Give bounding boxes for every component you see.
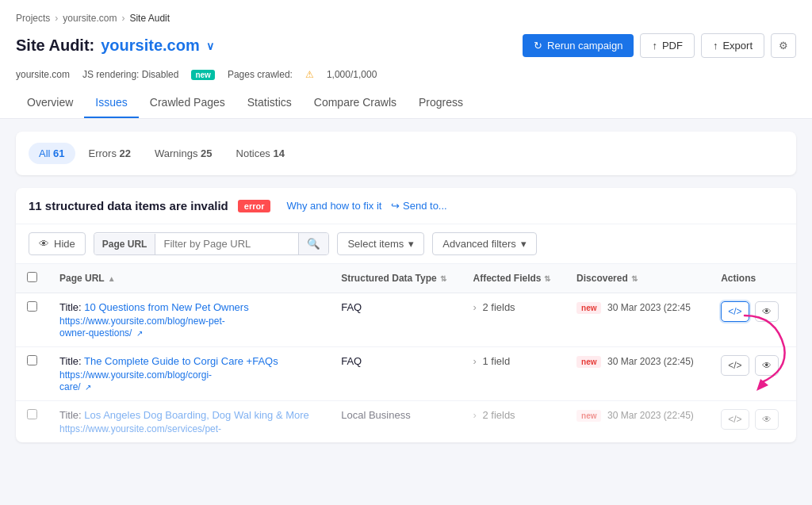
row2-type-cell: FAQ [330, 347, 462, 401]
gear-icon: ⚙ [779, 40, 788, 52]
issue-count: 11 [29, 199, 45, 212]
page-wrapper: Projects › yoursite.com › Site Audit Sit… [0, 0, 812, 505]
row1-url-link[interactable]: https://www.yoursite.com/blog/new-pet-ow… [59, 316, 225, 339]
tab-overview[interactable]: Overview [16, 88, 84, 118]
row3-url-link[interactable]: https://www.yoursite.com/services/pet- [59, 423, 221, 434]
why-fix-link[interactable]: Why and how to fix it [286, 200, 381, 212]
tab-issues[interactable]: Issues [84, 88, 138, 118]
expand-icon-3[interactable]: › [473, 409, 476, 421]
th-affected-fields: Affected Fields ⇅ [462, 264, 565, 293]
row3-view-button[interactable]: 👁 [755, 409, 779, 430]
data-table: Page URL ▲ Structured Data Type ⇅ Af [16, 264, 796, 442]
th-page-url: Page URL ▲ [48, 264, 330, 293]
hide-button[interactable]: 👁 Hide [29, 232, 86, 255]
row3-fields-cell: › 2 fields [462, 401, 565, 443]
row2-code-button[interactable]: </> [721, 355, 749, 376]
url-filter-input[interactable] [155, 233, 298, 254]
issue-title: 11 structured data items are invalid [29, 199, 228, 212]
row3-new-badge: new [576, 410, 601, 422]
row3-code-button[interactable]: </> [721, 409, 749, 430]
tab-crawled-pages[interactable]: Crawled Pages [139, 88, 236, 118]
site-header: Site Audit: yoursite.com ∨ ↻ Rerun campa… [16, 27, 796, 64]
rerun-campaign-button[interactable]: ↻ Rerun campaign [523, 34, 634, 57]
row2-view-button[interactable]: 👁 [755, 355, 779, 376]
filter-notices[interactable]: Notices 14 [226, 143, 295, 164]
row2-discovered-cell: new 30 Mar 2023 (22:45) [565, 347, 710, 401]
meta-bar: yoursite.com JS rendering: Disabled new … [16, 64, 796, 88]
select-all-checkbox[interactable] [27, 272, 37, 282]
sort-icon-4: ⇅ [631, 274, 638, 283]
url-filter-label: Page URL [94, 234, 156, 254]
table-row: Title: The Complete Guide to Corgi Care … [16, 347, 796, 401]
row1-view-button[interactable]: 👁 [755, 301, 779, 322]
th-structured-data-sort[interactable]: Structured Data Type ⇅ [341, 273, 450, 284]
table-body: Title: 10 Questions from New Pet Owners … [16, 293, 796, 443]
select-items-dropdown[interactable]: Select items ▾ [337, 232, 424, 255]
breadcrumb-site[interactable]: yoursite.com [63, 13, 117, 24]
code-icon-2: </> [728, 360, 741, 371]
sort-icon-3: ⇅ [544, 274, 550, 283]
row2-url-link[interactable]: https://www.yoursite.com/blog/corgi-care… [59, 369, 212, 392]
th-discovered-sort[interactable]: Discovered ⇅ [576, 273, 699, 284]
chevron-down-icon: ▾ [408, 238, 414, 250]
row1-date: 30 Mar 2023 (22:45 [607, 302, 691, 313]
row3-actions-cell: </> 👁 [710, 401, 796, 443]
select-items-label: Select items [347, 238, 404, 250]
th-page-url-sort[interactable]: Page URL ▲ [59, 273, 319, 284]
ext-link-icon-2: ↗ [85, 383, 91, 392]
row1-checkbox[interactable] [27, 301, 37, 312]
row2-new-badge: new [576, 356, 601, 368]
row2-checkbox[interactable] [27, 355, 37, 365]
code-icon-3: </> [728, 414, 741, 425]
site-audit-label: Site Audit: [16, 36, 94, 55]
settings-button[interactable]: ⚙ [771, 33, 796, 58]
th-discovered: Discovered ⇅ [565, 264, 710, 293]
meta-js: JS rendering: Disabled [82, 69, 178, 80]
row2-actions-cell: </> 👁 [710, 347, 796, 401]
pdf-button[interactable]: ↑ PDF [640, 33, 695, 58]
send-label: Send to... [403, 200, 447, 212]
url-filter: Page URL 🔍 [94, 232, 330, 255]
site-chevron[interactable]: ∨ [206, 40, 214, 52]
issue-actions: Why and how to fix it ↪ Send to... [286, 200, 446, 212]
export-button[interactable]: ↑ Export [701, 33, 764, 58]
row1-new-badge: new [576, 302, 601, 314]
url-search-button[interactable]: 🔍 [298, 233, 328, 254]
tab-compare-crawls[interactable]: Compare Crawls [303, 88, 408, 118]
tab-statistics[interactable]: Statistics [236, 88, 303, 118]
row3-checkbox[interactable] [27, 409, 37, 419]
pdf-icon: ↑ [652, 40, 657, 52]
row3-url-cell: Title: Los Angeles Dog Boarding, Dog Wal… [48, 401, 330, 443]
expand-icon-1[interactable]: › [473, 301, 476, 313]
nav-tabs: Overview Issues Crawled Pages Statistics… [0, 88, 812, 118]
filter-tabs: All 61 Errors 22 Warnings 25 Notices 14 [29, 143, 783, 164]
breadcrumb-sep2: › [121, 13, 124, 24]
send-to-link[interactable]: ↪ Send to... [391, 200, 446, 212]
warn-icon: ⚠ [305, 69, 314, 80]
row2-title: Title: The Complete Guide to Corgi Care … [59, 355, 319, 367]
row1-code-button[interactable]: </> [721, 301, 749, 322]
breadcrumb-projects[interactable]: Projects [16, 13, 50, 24]
row1-title-bold: 10 Questions from New Pet Owners [84, 301, 248, 313]
topbar: Projects › yoursite.com › Site Audit Sit… [0, 0, 812, 119]
tab-progress[interactable]: Progress [408, 88, 474, 118]
advanced-filters-dropdown[interactable]: Advanced filters ▾ [432, 232, 537, 255]
row2-date: 30 Mar 2023 (22:45) [607, 356, 694, 367]
header-actions: ↻ Rerun campaign ↑ PDF ↑ Export ⚙ [523, 33, 796, 58]
row2-url-cell: Title: The Complete Guide to Corgi Care … [48, 347, 330, 401]
row1-checkbox-cell [16, 293, 48, 347]
breadcrumb-sep1: › [55, 13, 58, 24]
filter-all[interactable]: All 61 [29, 143, 75, 164]
filter-warnings[interactable]: Warnings 25 [144, 143, 223, 164]
meta-pages-count: 1,000/1,000 [327, 69, 377, 80]
sort-asc-icon: ▲ [108, 274, 116, 283]
filter-errors[interactable]: Errors 22 [79, 143, 141, 164]
meta-pages-label: Pages crawled: [228, 69, 293, 80]
export-icon: ↑ [713, 40, 718, 52]
table-wrapper: Page URL ▲ Structured Data Type ⇅ Af [16, 264, 796, 442]
th-checkbox [16, 264, 48, 293]
th-fields-sort[interactable]: Affected Fields ⇅ [473, 273, 554, 284]
site-name-link[interactable]: yoursite.com [101, 36, 199, 55]
ext-link-icon-1: ↗ [136, 329, 143, 338]
expand-icon-2[interactable]: › [473, 355, 476, 367]
